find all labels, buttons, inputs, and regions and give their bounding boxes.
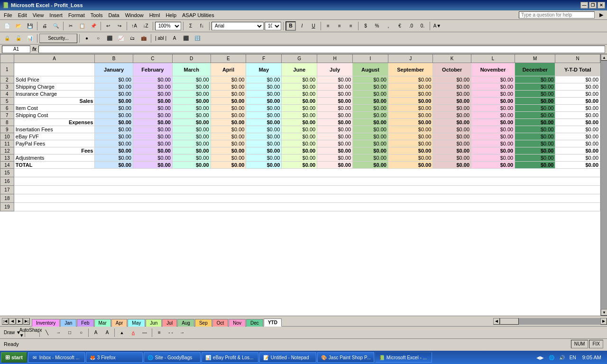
- cell-L12[interactable]: $0.00: [471, 147, 515, 155]
- row-header-16[interactable]: 16: [0, 177, 14, 186]
- col-header-E[interactable]: E: [211, 55, 246, 63]
- tb2-btn10[interactable]: A: [169, 34, 180, 43]
- cell-C7[interactable]: $0.00: [133, 112, 172, 119]
- cell-K5[interactable]: $0.00: [433, 98, 471, 105]
- cell-N5[interactable]: $0.00: [555, 98, 600, 105]
- cell-E9[interactable]: $0.00: [211, 126, 246, 133]
- cell-B4[interactable]: $0.00: [95, 91, 133, 98]
- restore-button[interactable]: ❐: [589, 2, 597, 9]
- cell-E1[interactable]: April: [211, 63, 246, 76]
- cell-J3[interactable]: $0.00: [388, 83, 432, 91]
- wordart-button[interactable]: A: [102, 328, 112, 337]
- cell-I11[interactable]: $0.00: [353, 140, 388, 147]
- cell-B11[interactable]: $0.00: [95, 140, 133, 147]
- decrease-decimal-button[interactable]: 0.: [417, 21, 428, 31]
- cell-D10[interactable]: $0.00: [172, 133, 211, 140]
- cell-F4[interactable]: $0.00: [246, 91, 282, 98]
- cell-D2[interactable]: $0.00: [172, 76, 211, 83]
- taskbar-item-paintshop[interactable]: 🎨 Jasc Paint Shop P...: [317, 352, 374, 363]
- minimize-button[interactable]: —: [580, 2, 588, 9]
- row-header-17[interactable]: 17: [0, 186, 14, 194]
- taskbar-item-goody[interactable]: 🌐 Site - GoodyBags: [144, 352, 201, 363]
- row-header-1[interactable]: 1: [0, 63, 14, 76]
- cell-J12[interactable]: $0.00: [388, 147, 432, 155]
- cell-J9[interactable]: $0.00: [388, 126, 432, 133]
- cell-reference-input[interactable]: [2, 46, 30, 53]
- vertical-scrollbar[interactable]: ▲ ▼: [600, 54, 607, 316]
- cell-E7[interactable]: $0.00: [211, 112, 246, 119]
- col-header-A[interactable]: A: [14, 55, 95, 63]
- cell-K7[interactable]: $0.00: [433, 112, 471, 119]
- arrow-button[interactable]: →: [53, 328, 64, 337]
- tb2-btn2[interactable]: 🔓: [13, 34, 24, 43]
- empty-15[interactable]: [14, 169, 600, 177]
- tab-jun[interactable]: Jun: [146, 319, 162, 327]
- fill-color-btn2[interactable]: ▲: [117, 328, 127, 337]
- row-header-7[interactable]: 7: [0, 112, 14, 119]
- cell-L7[interactable]: $0.00: [471, 112, 515, 119]
- cell-L4[interactable]: $0.00: [471, 91, 515, 98]
- undo-button[interactable]: ↩: [103, 21, 113, 31]
- cell-G4[interactable]: $0.00: [282, 91, 317, 98]
- paste-button[interactable]: 📌: [88, 21, 99, 31]
- cell-E14[interactable]: $0.00: [211, 162, 246, 169]
- cell-C11[interactable]: $0.00: [133, 140, 172, 147]
- cell-J8[interactable]: $0.00: [388, 119, 432, 126]
- cell-N13[interactable]: $0.00: [555, 155, 600, 162]
- cell-B5[interactable]: $0.00: [95, 98, 133, 105]
- col-header-K[interactable]: K: [433, 55, 471, 63]
- currency-button[interactable]: $: [360, 21, 371, 31]
- tb2-btn11[interactable]: ⬛: [181, 34, 191, 43]
- cell-A12[interactable]: Fees: [14, 147, 95, 155]
- cell-D3[interactable]: $0.00: [172, 83, 211, 91]
- cell-N14[interactable]: $0.00: [555, 162, 600, 169]
- tb2-btn6[interactable]: ⬛: [104, 34, 115, 43]
- print-button[interactable]: 🖨: [39, 21, 50, 31]
- cell-E10[interactable]: $0.00: [211, 133, 246, 140]
- taskbar-item-ebay[interactable]: 📊 eBay Profit & Los...: [202, 352, 258, 363]
- font-color-btn2[interactable]: A: [128, 328, 138, 337]
- cell-E8[interactable]: $0.00: [211, 119, 246, 126]
- empty-19[interactable]: [14, 203, 600, 211]
- menu-tools[interactable]: Tools: [88, 11, 106, 19]
- rect-button[interactable]: □: [64, 328, 75, 337]
- cell-L10[interactable]: $0.00: [471, 133, 515, 140]
- cell-K3[interactable]: $0.00: [433, 83, 471, 91]
- col-header-H[interactable]: H: [317, 55, 353, 63]
- cell-C13[interactable]: $0.00: [133, 155, 172, 162]
- cell-G14[interactable]: $0.00: [282, 162, 317, 169]
- align-left-button[interactable]: ≡: [323, 21, 333, 31]
- tab-may[interactable]: May: [128, 319, 145, 327]
- cell-D5[interactable]: $0.00: [172, 98, 211, 105]
- cell-B6[interactable]: $0.00: [95, 105, 133, 112]
- cell-H9[interactable]: $0.00: [317, 126, 353, 133]
- cell-M6[interactable]: $0.00: [515, 105, 555, 112]
- cell-F9[interactable]: $0.00: [246, 126, 282, 133]
- tab-aug[interactable]: Aug: [177, 319, 194, 327]
- title-controls[interactable]: — ❐ ✕: [580, 2, 605, 9]
- cell-M14[interactable]: $0.00: [515, 162, 555, 169]
- cell-G1[interactable]: June: [282, 63, 317, 76]
- cell-K12[interactable]: $0.00: [433, 147, 471, 155]
- tab-scroll-prev[interactable]: ◀: [9, 318, 16, 325]
- cell-E2[interactable]: $0.00: [211, 76, 246, 83]
- cell-M2[interactable]: $0.00: [515, 76, 555, 83]
- cell-D14[interactable]: $0.00: [172, 162, 211, 169]
- menu-format[interactable]: Format: [65, 11, 88, 19]
- cell-H1[interactable]: July: [317, 63, 353, 76]
- tab-scroll-first[interactable]: |◀: [2, 318, 9, 325]
- row-header-4[interactable]: 4: [0, 91, 14, 98]
- cell-L8[interactable]: $0.00: [471, 119, 515, 126]
- cell-G11[interactable]: $0.00: [282, 140, 317, 147]
- cell-H7[interactable]: $0.00: [317, 112, 353, 119]
- cell-M7[interactable]: $0.00: [515, 112, 555, 119]
- cell-A8[interactable]: Expenses: [14, 119, 95, 126]
- col-header-J[interactable]: J: [388, 55, 432, 63]
- cell-L3[interactable]: $0.00: [471, 83, 515, 91]
- dash-style-btn[interactable]: - -: [166, 328, 176, 337]
- cell-F2[interactable]: $0.00: [246, 76, 282, 83]
- cell-K9[interactable]: $0.00: [433, 126, 471, 133]
- bold-button[interactable]: B: [285, 21, 296, 31]
- autosum-button[interactable]: Σ: [185, 21, 196, 31]
- cell-M8[interactable]: $0.00: [515, 119, 555, 126]
